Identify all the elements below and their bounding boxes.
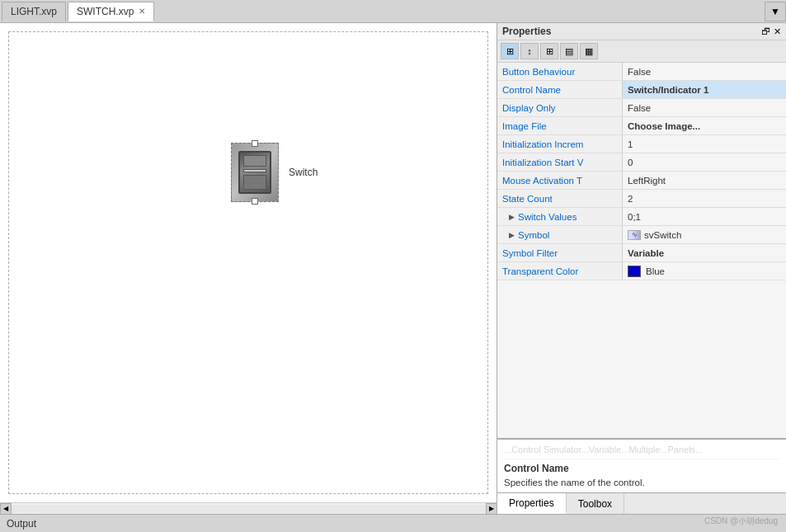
prop-row-control-name[interactable]: Control Name Switch/Indicator 1 xyxy=(497,81,786,99)
switch-label: Switch xyxy=(289,167,318,178)
tab-dropdown-arrow: ▼ xyxy=(770,6,780,17)
prop-row-switch-values[interactable]: ▶ Switch Values 0;1 xyxy=(497,208,786,226)
symbol-arrow[interactable]: ▶ xyxy=(509,231,515,239)
canvas-area[interactable]: Switch xyxy=(0,23,497,502)
prop-name-state-count: State Count xyxy=(497,190,623,207)
prop-value-display-only[interactable]: False xyxy=(623,99,786,116)
desc-title: Control Name xyxy=(504,463,779,474)
prop-row-image-file[interactable]: Image File Choose Image... xyxy=(497,117,786,135)
tab-switch-label: SWITCH.xvp xyxy=(77,6,134,17)
prop-name-symbol: ▶ Symbol xyxy=(497,226,623,243)
prop-value-image-file[interactable]: Choose Image... xyxy=(623,117,786,134)
canvas-container: Switch ◀ ▶ xyxy=(0,23,497,514)
switch-component[interactable]: Switch xyxy=(231,143,318,202)
bottom-tab-row: Properties Toolbox xyxy=(497,492,786,514)
prop-row-state-count[interactable]: State Count 2 xyxy=(497,190,786,208)
tab-switch-close[interactable]: ✕ xyxy=(139,7,145,16)
prop-value-state-count[interactable]: 2 xyxy=(623,190,786,207)
prop-value-switch-values[interactable]: 0;1 xyxy=(623,208,786,225)
props-icon-btn-4[interactable]: ▤ xyxy=(560,43,578,59)
canvas-scrollbar: ◀ ▶ xyxy=(0,502,497,514)
main-area: Switch ◀ ▶ Properties 🗗 ✕ ⊞ ↕ xyxy=(0,23,786,514)
filter-icon: ▦ xyxy=(585,46,593,57)
tab-toolbox[interactable]: Toolbox xyxy=(567,493,624,514)
switch-top-part xyxy=(243,155,266,167)
properties-header: Properties 🗗 ✕ xyxy=(497,23,786,40)
prop-row-transparent-color[interactable]: Transparent Color Blue xyxy=(497,262,786,280)
output-label: Output xyxy=(7,518,36,530)
color-swatch-blue xyxy=(628,266,641,277)
prop-name-init-increm: Initialization Increm xyxy=(497,135,623,153)
desc-text: Specifies the name of the control. xyxy=(504,478,779,487)
prop-name-image-file: Image File xyxy=(497,117,623,134)
prop-row-symbol[interactable]: ▶ Symbol ∿ svSwitch xyxy=(497,226,786,244)
symbol-val-container: ∿ svSwitch xyxy=(628,230,681,240)
prop-row-button-behaviour[interactable]: Button Behaviour False xyxy=(497,63,786,81)
switch-mid-part xyxy=(243,169,266,172)
symbol-wave-icon: ∿ xyxy=(628,230,641,240)
pin-icon[interactable]: 🗗 xyxy=(761,26,770,36)
prop-name-button-behaviour: Button Behaviour xyxy=(497,63,623,80)
props-header-controls: 🗗 ✕ xyxy=(761,26,781,37)
prop-name-init-start: Initialization Start V xyxy=(497,153,623,171)
prop-value-init-start[interactable]: 0 xyxy=(623,153,786,171)
prop-row-mouse-act[interactable]: Mouse Activation T LeftRight xyxy=(497,172,786,190)
list-icon: ▤ xyxy=(565,46,573,57)
props-icon-btn-3[interactable]: ⊞ xyxy=(540,43,558,59)
desc-panel: ...Control Simulator...Variable...Multip… xyxy=(497,438,786,492)
props-icon-btn-2[interactable]: ↕ xyxy=(520,43,539,59)
props-icon-row: ⊞ ↕ ⊞ ▤ ▦ xyxy=(497,40,786,63)
properties-title: Properties xyxy=(502,26,551,37)
tab-light-label: LIGHT.xvp xyxy=(11,6,57,17)
switch-widget[interactable] xyxy=(231,143,279,202)
switch-inner xyxy=(238,151,271,194)
scroll-left-btn[interactable]: ◀ xyxy=(0,503,12,515)
close-icon[interactable]: ✕ xyxy=(774,26,781,37)
prop-value-transparent-color[interactable]: Blue xyxy=(623,262,786,280)
prop-value-button-behaviour[interactable]: False xyxy=(623,63,786,80)
prop-name-switch-values: ▶ Switch Values xyxy=(497,208,623,225)
prop-row-init-start[interactable]: Initialization Start V 0 xyxy=(497,153,786,172)
props-table: Button Behaviour False Control Name Swit… xyxy=(497,63,786,438)
tab-switch[interactable]: SWITCH.xvp ✕ xyxy=(68,2,154,21)
switch-values-arrow[interactable]: ▶ xyxy=(509,213,515,221)
prop-value-init-increm[interactable]: 1 xyxy=(623,135,786,153)
grid-icon: ⊞ xyxy=(546,46,553,57)
tab-dropdown[interactable]: ▼ xyxy=(765,2,786,21)
tab-properties[interactable]: Properties xyxy=(497,493,567,514)
prop-row-init-increm[interactable]: Initialization Increm 1 xyxy=(497,135,786,153)
scroll-track[interactable] xyxy=(12,505,486,513)
prop-value-symbol[interactable]: ∿ svSwitch xyxy=(623,226,786,243)
prop-name-display-only: Display Only xyxy=(497,99,623,116)
prop-value-symbol-filter[interactable]: Variable xyxy=(623,244,786,261)
prop-name-mouse-act: Mouse Activation T xyxy=(497,172,623,189)
switch-bottom-part xyxy=(243,175,266,190)
prop-row-symbol-filter[interactable]: Symbol Filter Variable xyxy=(497,244,786,262)
sort-icon: ⊞ xyxy=(506,46,514,57)
prop-row-display-only[interactable]: Display Only False xyxy=(497,99,786,117)
canvas-inner: Switch xyxy=(0,23,497,502)
tab-bar: LIGHT.xvp SWITCH.xvp ✕ ▼ xyxy=(0,0,786,23)
output-bar: Output xyxy=(0,514,786,532)
prop-value-mouse-act[interactable]: LeftRight xyxy=(623,172,786,189)
desc-fade-row: ...Control Simulator...Variable...Multip… xyxy=(504,445,779,459)
prop-value-control-name[interactable]: Switch/Indicator 1 xyxy=(623,81,786,98)
props-icon-btn-1[interactable]: ⊞ xyxy=(501,43,519,59)
sort-az-icon: ↕ xyxy=(527,46,532,56)
props-icon-btn-5[interactable]: ▦ xyxy=(580,43,598,59)
prop-name-control-name: Control Name xyxy=(497,81,623,98)
tab-light[interactable]: LIGHT.xvp xyxy=(2,2,66,21)
properties-panel: Properties 🗗 ✕ ⊞ ↕ ⊞ ▤ ▦ xyxy=(497,23,786,514)
prop-name-symbol-filter: Symbol Filter xyxy=(497,244,623,261)
scroll-right-btn[interactable]: ▶ xyxy=(486,503,497,515)
prop-name-transparent-color: Transparent Color xyxy=(497,262,623,280)
canvas-border xyxy=(8,31,488,494)
